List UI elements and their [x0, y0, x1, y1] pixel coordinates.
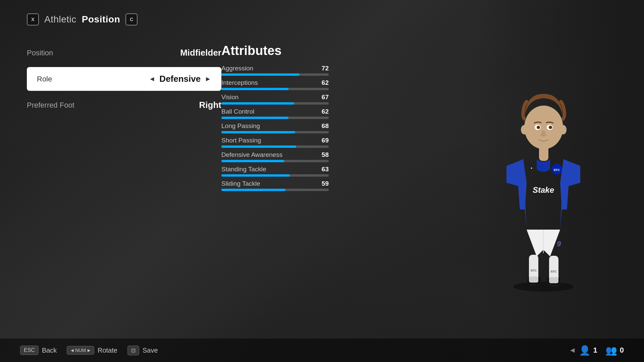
player-counter: ◄ 👤 1	[569, 345, 597, 356]
svg-text:EFC: EFC	[531, 269, 537, 272]
attribute-row: Vision 67	[221, 94, 329, 105]
preferred-foot-row: Preferred Foot Right	[27, 96, 221, 114]
attribute-row: Long Passing 68	[221, 122, 329, 133]
attribute-name: Sliding Tackle	[221, 180, 260, 187]
svg-rect-9	[549, 277, 558, 283]
attribute-bar-fill	[221, 160, 284, 162]
attribute-value: 68	[322, 122, 329, 130]
group-icon: 👥	[605, 345, 617, 356]
role-label: Role	[37, 75, 52, 83]
attribute-bar-fill	[221, 102, 294, 105]
player-model-area: EFC EFC 9 Stake EFC ✦	[476, 34, 610, 302]
attribute-name: Short Passing	[221, 137, 261, 144]
save-key: ⊡	[127, 346, 139, 355]
attribute-bar-fill	[221, 145, 296, 148]
svg-text:EFC: EFC	[554, 168, 560, 172]
attribute-row: Interceptions 62	[221, 79, 329, 90]
role-prev-arrow[interactable]: ◄	[149, 75, 156, 83]
attribute-row: Ball Control 62	[221, 108, 329, 119]
left-panel: Position Midfielder Role ◄ Defensive ► P…	[27, 44, 221, 114]
attribute-value: 63	[322, 166, 329, 173]
save-label: Save	[143, 347, 158, 354]
preferred-foot-value: Right	[199, 100, 221, 110]
bottom-bar: ESC Back ◄ NUM ► Rotate ⊡ Save ◄ 👤 1 👥 0	[0, 339, 644, 362]
attributes-panel: Attributes Aggression 72 Interceptions 6…	[221, 44, 329, 194]
x-key-button[interactable]: X	[27, 13, 39, 25]
attribute-value: 62	[322, 79, 329, 86]
back-label: Back	[42, 347, 57, 354]
rotate-action[interactable]: ◄ NUM ► Rotate	[67, 346, 117, 355]
attribute-value: 67	[322, 94, 329, 101]
attribute-bar-container	[221, 102, 329, 105]
group-counter: 👥 0	[605, 345, 624, 356]
c-key-button[interactable]: C	[125, 13, 138, 25]
position-tab[interactable]: Position	[82, 14, 120, 25]
position-row: Position Midfielder	[27, 44, 221, 62]
role-next-arrow[interactable]: ►	[205, 75, 211, 83]
right-arrow-icon: ►	[87, 348, 91, 353]
bottom-counters: ◄ 👤 1 👥 0	[569, 345, 624, 356]
save-action[interactable]: ⊡ Save	[127, 346, 158, 355]
attribute-name: Standing Tackle	[221, 166, 266, 173]
attribute-bar-container	[221, 174, 329, 177]
attribute-bar-container	[221, 117, 329, 119]
attribute-bar-container	[221, 88, 329, 90]
attribute-bar-container	[221, 160, 329, 162]
attribute-name: Interceptions	[221, 79, 258, 86]
attribute-name: Ball Control	[221, 108, 254, 115]
svg-text:Stake: Stake	[533, 185, 554, 194]
svg-rect-6	[529, 277, 538, 283]
attribute-bar-container	[221, 73, 329, 76]
attribute-row: Standing Tackle 63	[221, 166, 329, 177]
counter2-value: 0	[620, 346, 624, 355]
attribute-name: Aggression	[221, 65, 253, 72]
athletic-tab[interactable]: Athletic	[44, 14, 76, 25]
svg-point-18	[524, 106, 563, 149]
top-navigation: X Athletic Position C	[27, 13, 138, 25]
attribute-name: Long Passing	[221, 122, 260, 130]
attributes-title: Attributes	[221, 44, 329, 58]
back-action[interactable]: ESC Back	[20, 346, 57, 355]
position-label: Position	[27, 49, 53, 57]
x-key-label: X	[31, 17, 34, 22]
svg-point-24	[560, 125, 567, 134]
counter1-prev-arrow[interactable]: ◄	[569, 346, 576, 355]
counter1-value: 1	[593, 346, 597, 355]
svg-text:9: 9	[557, 240, 561, 248]
attribute-row: Defensive Awareness 58	[221, 151, 329, 162]
attribute-value: 72	[322, 65, 329, 72]
attribute-bar-fill	[221, 88, 288, 90]
role-card[interactable]: Role ◄ Defensive ►	[27, 67, 221, 91]
attribute-bar-fill	[221, 73, 300, 76]
attribute-bar-container	[221, 189, 329, 191]
attributes-list: Aggression 72 Interceptions 62 Vision 67	[221, 65, 329, 191]
num-label: NUM	[75, 348, 86, 353]
role-value: Defensive	[159, 74, 201, 84]
position-value: Midfielder	[180, 48, 221, 58]
num-key: ◄ NUM ►	[67, 346, 94, 355]
attribute-row: Aggression 72	[221, 65, 329, 76]
attribute-bar-fill	[221, 131, 295, 133]
attribute-bar-fill	[221, 174, 290, 177]
attribute-value: 62	[322, 108, 329, 115]
attribute-row: Short Passing 69	[221, 137, 329, 148]
svg-text:✦: ✦	[530, 167, 533, 170]
bottom-actions: ESC Back ◄ NUM ► Rotate ⊡ Save	[20, 346, 158, 355]
c-key-label: C	[130, 17, 133, 22]
attribute-row: Sliding Tackle 59	[221, 180, 329, 191]
attribute-bar-fill	[221, 117, 288, 119]
svg-point-22	[549, 126, 552, 129]
left-arrow-icon: ◄	[70, 348, 74, 353]
esc-key: ESC	[20, 346, 39, 355]
svg-text:EFC: EFC	[551, 270, 557, 273]
player-icon: 👤	[579, 345, 591, 356]
rotate-label: Rotate	[98, 347, 117, 354]
attribute-bar-container	[221, 131, 329, 133]
attribute-value: 69	[322, 137, 329, 144]
role-selector[interactable]: ◄ Defensive ►	[149, 74, 211, 84]
attribute-name: Defensive Awareness	[221, 151, 282, 159]
attribute-bar-fill	[221, 189, 285, 191]
player-model: EFC EFC 9 Stake EFC ✦	[485, 42, 602, 293]
svg-point-21	[537, 126, 540, 129]
svg-point-0	[513, 282, 574, 292]
